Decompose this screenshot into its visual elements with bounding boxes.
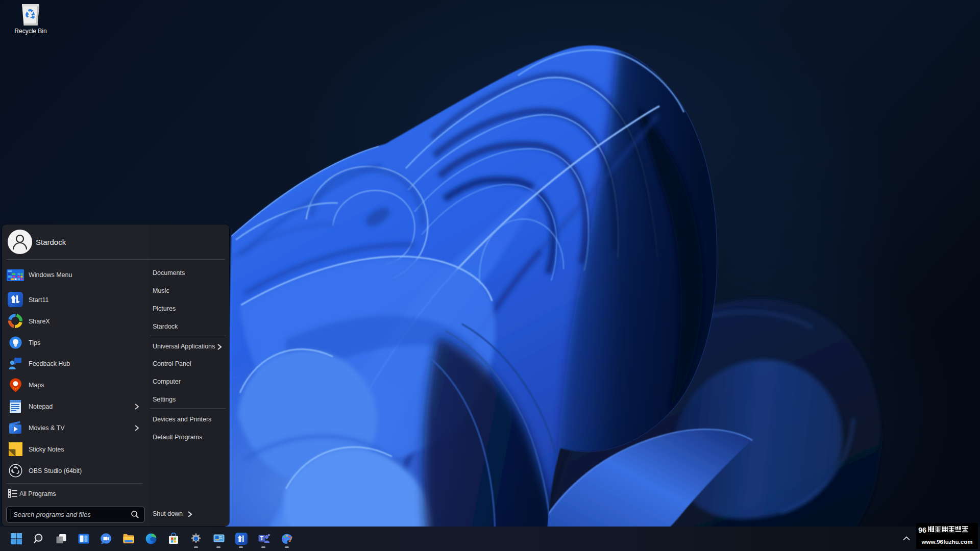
- svg-text:www.96fuzhu.com: www.96fuzhu.com: [921, 539, 973, 545]
- svg-text:96: 96: [918, 526, 926, 534]
- svg-text:T: T: [260, 535, 264, 541]
